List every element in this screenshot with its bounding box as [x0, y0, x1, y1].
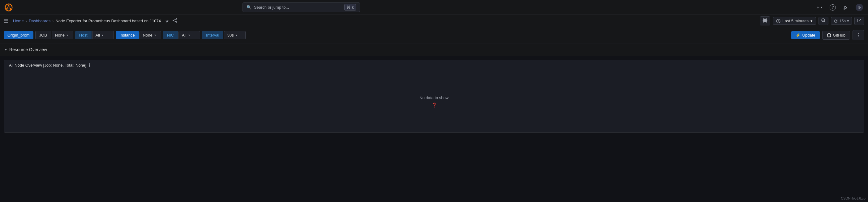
- host-filter-label: Host: [75, 31, 92, 39]
- nic-filter-value: All: [182, 33, 186, 37]
- origin-prom-filter[interactable]: Origin_prom: [4, 31, 33, 39]
- job-filter-select[interactable]: None ▾: [52, 31, 73, 39]
- svg-point-2: [8, 4, 9, 6]
- hamburger-menu[interactable]: ☰: [4, 18, 9, 25]
- help-button[interactable]: ?: [828, 3, 837, 12]
- external-link-button[interactable]: [855, 17, 864, 25]
- update-icon: ⚡: [796, 33, 801, 37]
- svg-point-4: [6, 8, 8, 9]
- interval-filter-label: Interval: [202, 31, 223, 39]
- instance-filter-group: Instance None ▾: [116, 31, 161, 39]
- search-bar[interactable]: 🔍 Search or jump to... ⌘ k: [243, 2, 360, 12]
- svg-line-12: [174, 19, 176, 20]
- update-label: Update: [802, 33, 815, 37]
- time-range-picker[interactable]: Last 5 minutes ▾: [773, 17, 816, 25]
- host-filter-select[interactable]: All ▾: [92, 31, 114, 39]
- breadcrumb-home[interactable]: Home: [13, 19, 24, 23]
- panel-info-icon[interactable]: ℹ: [89, 63, 90, 67]
- dashboard-settings-button[interactable]: [760, 17, 770, 25]
- host-filter-arrow: ▾: [102, 33, 103, 37]
- section-chevron: ▾: [5, 48, 7, 52]
- nic-filter-label: NIC: [163, 31, 178, 39]
- nic-filter-select[interactable]: All ▾: [179, 31, 200, 39]
- instance-filter-arrow: ▾: [154, 33, 156, 37]
- interval-filter-value: 30s: [227, 33, 234, 37]
- dashboard-content: ▾ Resource Overview All Node Overview [J…: [0, 44, 868, 133]
- github-label: GitHub: [833, 33, 845, 37]
- instance-filter-value: None: [143, 33, 153, 37]
- host-filter-value: All: [96, 33, 100, 37]
- share-icon[interactable]: [172, 18, 177, 24]
- svg-point-8: [843, 8, 845, 9]
- refresh-interval-arrow: ▾: [847, 19, 849, 23]
- nav-right-controls: + ▾ ? ⊙: [815, 2, 864, 12]
- svg-point-3: [9, 8, 11, 9]
- svg-line-19: [825, 21, 825, 22]
- update-button[interactable]: ⚡ Update: [791, 31, 820, 39]
- panel-header: All Node Overview [Job: None, Total: Non…: [4, 60, 864, 70]
- svg-line-16: [778, 21, 779, 22]
- top-navbar: 🔍 Search or jump to... ⌘ k + ▾ ? ⊙: [0, 0, 868, 15]
- grafana-logo[interactable]: [4, 2, 13, 12]
- more-options-button[interactable]: ⋮: [852, 30, 864, 40]
- instance-filter-select[interactable]: None ▾: [140, 31, 161, 39]
- panel-body: No data to show ❓: [4, 70, 864, 132]
- svg-line-13: [174, 21, 176, 22]
- host-filter-group: Host All ▾: [75, 31, 114, 39]
- svg-point-11: [176, 21, 177, 23]
- interval-filter-select[interactable]: 30s ▾: [224, 31, 246, 39]
- time-range-label: Last 5 minutes: [782, 19, 809, 23]
- job-filter-group: JOB None ▾: [35, 31, 73, 39]
- svg-point-10: [173, 20, 174, 21]
- github-button[interactable]: GitHub: [822, 31, 850, 40]
- job-filter-label: JOB: [35, 31, 51, 39]
- filter-bar: Origin_prom JOB None ▾ Host All ▾ Instan…: [0, 27, 868, 44]
- refresh-button[interactable]: 15s ▾: [831, 17, 852, 25]
- breadcrumb-sep-1: ›: [26, 19, 27, 23]
- job-filter-value: None: [55, 33, 65, 37]
- star-icon[interactable]: ★: [165, 19, 169, 24]
- breadcrumb-action-icons: ★: [165, 18, 177, 24]
- time-range-arrow: ▾: [810, 19, 813, 23]
- breadcrumb-dashboards[interactable]: Dashboards: [29, 19, 51, 23]
- breadcrumb-right-controls: Last 5 minutes ▾ 15s ▾: [760, 17, 864, 25]
- section-title: Resource Overview: [9, 47, 47, 52]
- user-avatar-button[interactable]: ⊙: [855, 2, 864, 12]
- no-data-help-icon[interactable]: ❓: [432, 103, 437, 108]
- resource-overview-section[interactable]: ▾ Resource Overview: [0, 44, 868, 56]
- nic-filter-group: NIC All ▾: [163, 31, 200, 39]
- breadcrumb-sep-2: ›: [52, 19, 54, 23]
- panel-title: All Node Overview [Job: None, Total: Non…: [9, 63, 86, 67]
- breadcrumb-bar: ☰ Home › Dashboards › Node Exporter for …: [0, 15, 868, 27]
- rss-button[interactable]: [842, 4, 849, 11]
- interval-filter-arrow: ▾: [236, 33, 237, 37]
- search-shortcut: ⌘ k: [344, 4, 356, 10]
- job-filter-arrow: ▾: [66, 33, 68, 37]
- refresh-interval-label: 15s: [839, 19, 846, 23]
- zoom-out-button[interactable]: [818, 17, 828, 25]
- search-icon: 🔍: [247, 5, 251, 9]
- filter-right-actions: ⚡ Update GitHub ⋮: [791, 30, 864, 40]
- nic-filter-arrow: ▾: [188, 33, 190, 37]
- all-node-overview-panel: All Node Overview [Job: None, Total: Non…: [4, 60, 864, 133]
- breadcrumb-current-page: Node Exporter for Prometheus Dashboard b…: [55, 19, 160, 23]
- instance-filter-label: Instance: [116, 31, 139, 39]
- interval-filter-group: Interval 30s ▾: [202, 31, 246, 39]
- no-data-text: No data to show: [420, 95, 448, 100]
- svg-point-9: [176, 18, 177, 20]
- add-button[interactable]: + ▾: [815, 3, 824, 11]
- search-placeholder: Search or jump to...: [254, 5, 289, 9]
